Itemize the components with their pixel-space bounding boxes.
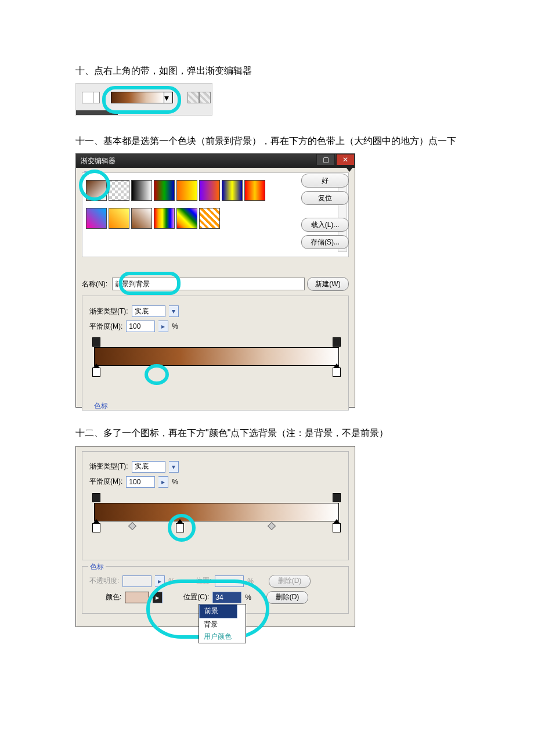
color-source-menu: 前景 背景 用户颜色	[199, 604, 246, 643]
stops-section-label: 色标	[88, 562, 106, 572]
gradient-type-select[interactable]: 实底	[132, 461, 165, 473]
opacity-stop-left[interactable]	[92, 337, 100, 347]
preset-swatch[interactable]	[86, 208, 107, 229]
gradient-type-label: 渐变类型(T):	[89, 307, 128, 316]
smoothness-label: 平滑度(M):	[89, 477, 122, 487]
annotation-circle-newstop	[168, 514, 196, 542]
dialog-title: 渐变编辑器	[81, 156, 116, 166]
color-swatch[interactable]	[125, 592, 149, 603]
preset-swatch[interactable]	[199, 208, 220, 229]
preset-swatch[interactable]	[131, 180, 152, 201]
gradient-preview[interactable]	[111, 92, 164, 103]
chevron-down-icon[interactable]: ▾	[169, 461, 179, 473]
menu-item-foreground[interactable]: 前景	[199, 604, 237, 618]
color-stop-left[interactable]	[92, 368, 100, 377]
chevron-down-icon[interactable]: ▾	[169, 305, 179, 317]
midpoint-diamond[interactable]	[128, 521, 136, 530]
stepper-icon[interactable]: ▸	[158, 321, 168, 332]
maximize-icon[interactable]: ▢	[316, 154, 335, 165]
smoothness-label: 平滑度(M):	[89, 322, 122, 332]
figure-1: ▾	[75, 83, 212, 116]
color-stop-right[interactable]	[333, 523, 341, 532]
annotation-circle-name	[119, 272, 181, 295]
dialog-titlebar: 渐变编辑器	[76, 154, 355, 168]
preset-swatch[interactable]	[199, 180, 220, 201]
menu-item-background[interactable]: 背景	[199, 618, 246, 631]
step-10-text: 十、点右上角的带，如图，弹出渐变编辑器	[75, 63, 459, 78]
annotation-circle-preset	[79, 170, 110, 201]
step-11-text: 十一、基本都是选第一个色块（前景到背景），再在下方的色带上（大约圈中的地方）点一…	[75, 133, 459, 149]
annotation-circle-stop	[145, 364, 169, 385]
opacity-stop-right[interactable]	[333, 493, 341, 502]
preset-swatch[interactable]	[154, 208, 175, 229]
dropdown-icon	[93, 92, 100, 103]
gradient-editor-lower: 渐变类型(T): 实底 ▾ 平滑度(M): 100 ▸ %	[75, 446, 355, 627]
color-stop-left[interactable]	[92, 523, 100, 532]
opacity-input	[122, 575, 151, 587]
smoothness-input[interactable]: 100	[126, 321, 155, 332]
gradient-bar[interactable]	[94, 503, 339, 521]
smoothness-input[interactable]: 100	[126, 476, 155, 488]
opacity-label: 不透明度:	[89, 576, 119, 586]
tool-icon-1	[187, 92, 199, 103]
preset-swatch[interactable]	[176, 180, 197, 201]
load-button[interactable]: 载入(L)...	[301, 218, 349, 232]
tool-icon-2	[199, 92, 211, 103]
swatch-icon	[82, 92, 93, 103]
gradient-bar[interactable]	[94, 347, 339, 366]
gradient-type-select[interactable]: 实底	[132, 305, 165, 317]
presets-menu-icon[interactable]	[346, 167, 353, 172]
reset-button[interactable]: 复位	[301, 191, 349, 205]
stepper-icon[interactable]: ▸	[158, 476, 168, 488]
gradient-type-label: 渐变类型(T):	[89, 462, 128, 471]
preset-swatch[interactable]	[154, 180, 175, 201]
color-label: 颜色:	[106, 592, 121, 602]
close-icon[interactable]: ✕	[336, 154, 355, 165]
preset-swatch[interactable]	[176, 208, 197, 229]
delete-button: 删除(D)	[269, 575, 311, 588]
midpoint-diamond[interactable]	[268, 521, 276, 530]
name-label: 名称(N):	[82, 279, 110, 289]
gradient-dropdown-icon[interactable]: ▾	[164, 92, 173, 103]
preset-swatch[interactable]	[131, 208, 152, 229]
color-stop-right[interactable]	[333, 368, 341, 377]
preset-swatch[interactable]	[109, 208, 129, 229]
stops-label: 色标	[94, 401, 108, 411]
menu-item-user-color[interactable]: 用户颜色	[199, 631, 246, 643]
opacity-stop-right[interactable]	[333, 337, 341, 347]
save-button[interactable]: 存储(S)...	[301, 235, 349, 249]
delete-button[interactable]: 删除(D)	[266, 591, 308, 604]
preset-swatch[interactable]	[109, 180, 129, 201]
step-12-text: 十二、多了一个图标，再在下方"颜色"点下选背景（注：是背景，不是前景）	[75, 425, 459, 441]
percent-label: %	[172, 478, 178, 486]
opacity-stop-left[interactable]	[92, 493, 100, 502]
percent-label: %	[172, 322, 178, 330]
ok-button[interactable]: 好	[301, 174, 349, 188]
new-button[interactable]: 新建(W)	[307, 277, 349, 291]
preset-swatch[interactable]	[222, 180, 243, 201]
gradient-editor-dialog: 渐变编辑器 ▢ ✕ 预设	[75, 153, 355, 408]
preset-swatch[interactable]	[244, 180, 265, 201]
